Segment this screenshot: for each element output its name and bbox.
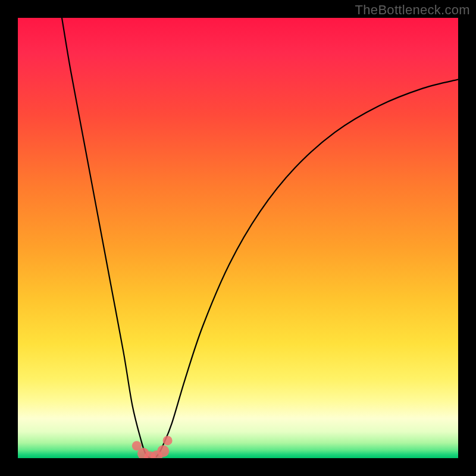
watermark-text: TheBottleneck.com xyxy=(355,2,470,18)
chart-frame: TheBottleneck.com xyxy=(0,0,476,476)
curve-layer xyxy=(18,18,458,458)
plot-area xyxy=(18,18,458,458)
highlight-point xyxy=(163,436,173,445)
bottleneck-curve xyxy=(62,18,458,458)
highlight-point xyxy=(157,445,169,457)
highlight-markers xyxy=(132,436,173,458)
